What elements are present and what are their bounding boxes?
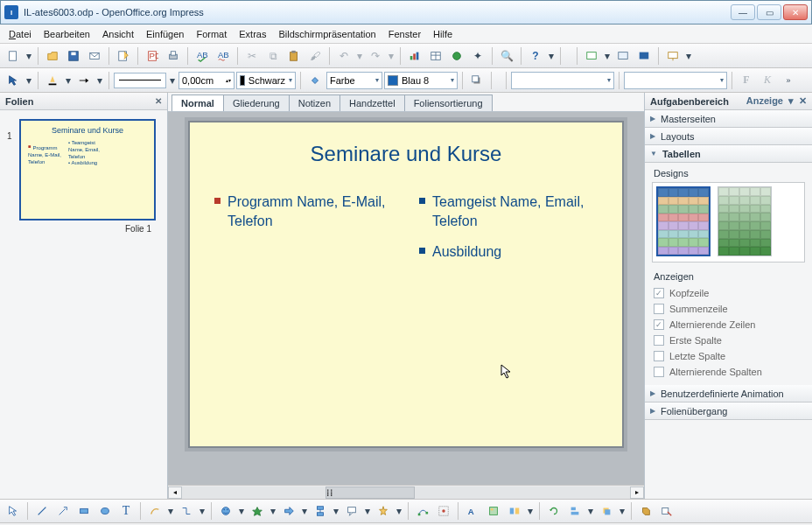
minimize-button[interactable]: —: [731, 4, 755, 20]
autospell-button[interactable]: ABC: [214, 46, 233, 66]
scroll-right-button[interactable]: ▸: [630, 486, 644, 499]
tasks-panel-close-icon[interactable]: ✕: [799, 95, 807, 107]
slide-title[interactable]: Seminare und Kurse: [214, 142, 598, 166]
help-dropdown[interactable]: ▾: [547, 46, 556, 66]
checkbox-icon[interactable]: [654, 335, 664, 346]
maximize-button[interactable]: ▭: [757, 4, 781, 20]
symbol-shapes-button[interactable]: [248, 501, 267, 521]
table-design-1[interactable]: [656, 186, 710, 256]
accordion-tabellen[interactable]: ▼Tabellen: [645, 145, 812, 163]
print-button[interactable]: [164, 46, 183, 66]
chart-button[interactable]: [405, 46, 424, 66]
save-button[interactable]: [64, 46, 83, 66]
redo-button[interactable]: ↷: [366, 46, 385, 66]
font-select[interactable]: ▾: [624, 72, 727, 89]
horizontal-scrollbar[interactable]: ◂ ⁞⁞ ▸: [168, 485, 644, 499]
arrow-tool-dropdown[interactable]: ▾: [24, 71, 33, 90]
new-doc-button[interactable]: [4, 46, 23, 66]
from-file-button[interactable]: [484, 501, 503, 521]
callouts-dropdown[interactable]: ▾: [363, 501, 372, 521]
gallery-dropdown[interactable]: ▾: [526, 501, 535, 521]
shadow-button[interactable]: [467, 71, 486, 90]
edit-button[interactable]: [114, 46, 133, 66]
extrusion-button[interactable]: [636, 501, 655, 521]
redo-dropdown[interactable]: ▾: [387, 46, 396, 66]
checkbox-icon[interactable]: ✓: [654, 319, 664, 330]
checkbox-icon[interactable]: [654, 367, 664, 377]
line-color-dropdown[interactable]: ▾: [64, 71, 73, 90]
slide-left-column[interactable]: Programm Name, E-Mail, Telefon: [214, 192, 393, 274]
arrow-line-button[interactable]: [53, 501, 73, 521]
tab-normal[interactable]: Normal: [172, 94, 224, 111]
block-arrows-dropdown[interactable]: ▾: [300, 501, 309, 521]
table-button[interactable]: [426, 46, 445, 66]
accordion-layouts[interactable]: ▶Layouts: [645, 128, 812, 145]
rect-tool-button[interactable]: [74, 501, 94, 521]
line-tool-button[interactable]: [32, 501, 52, 521]
tab-gliederung[interactable]: Gliederung: [223, 94, 290, 111]
linewidth-input[interactable]: 0,00cm ▴▾: [178, 72, 234, 89]
new-doc-dropdown[interactable]: ▾: [24, 46, 33, 66]
spellcheck-button[interactable]: ABC: [192, 46, 212, 66]
menu-fenster[interactable]: Fenster: [383, 27, 426, 41]
slide-canvas[interactable]: Seminare und Kurse Programm Name, E-Mail…: [168, 112, 644, 485]
checkbox-summenzeile[interactable]: Summenzeile: [652, 301, 805, 317]
copy-button[interactable]: ⧉: [263, 46, 283, 66]
tab-foliensortierung[interactable]: Foliensortierung: [404, 94, 493, 111]
gallery-button[interactable]: [505, 501, 524, 521]
hyperlink-button[interactable]: [447, 46, 466, 66]
presentation-dropdown[interactable]: ▾: [684, 46, 693, 66]
arrange-dropdown[interactable]: ▾: [618, 501, 626, 521]
menu-bearbeiten[interactable]: Bearbeiten: [38, 27, 95, 41]
connector-tool-button[interactable]: [177, 501, 196, 521]
slides-panel-close-icon[interactable]: ✕: [155, 96, 162, 106]
presentation-button[interactable]: [663, 46, 682, 66]
tab-notizen[interactable]: Notizen: [289, 94, 340, 111]
basic-shapes-dropdown[interactable]: ▾: [237, 501, 246, 521]
format-paintbrush-button[interactable]: 🖌: [305, 46, 325, 66]
checkbox-icon[interactable]: [654, 351, 664, 361]
flowchart-dropdown[interactable]: ▾: [332, 501, 340, 521]
arrowstyle-button[interactable]: [74, 71, 94, 90]
fill-button[interactable]: [305, 71, 325, 90]
slideshow-button[interactable]: [634, 46, 654, 66]
menu-einfuegen[interactable]: Einfügen: [141, 27, 189, 41]
fillmode-select[interactable]: Farbe▾: [326, 72, 382, 89]
line-color-button[interactable]: [43, 71, 62, 90]
view-menu-link[interactable]: Anzeige: [746, 95, 783, 107]
align-button[interactable]: [565, 501, 584, 521]
table-design-2[interactable]: [718, 186, 772, 256]
fillcolor-select[interactable]: Blau 8▾: [384, 72, 458, 89]
paste-button[interactable]: [284, 46, 304, 66]
slidedesign-button[interactable]: [613, 46, 633, 66]
checkbox-alternierende-spalten[interactable]: Alternierende Spalten: [652, 364, 805, 380]
export-pdf-button[interactable]: PDF: [143, 46, 162, 66]
slide[interactable]: Seminare und Kurse Programm Name, E-Mail…: [188, 121, 624, 448]
bold-button[interactable]: F: [737, 71, 756, 90]
checkbox-erste-spalte[interactable]: Erste Spalte: [652, 332, 805, 348]
menu-datei[interactable]: Datei: [4, 27, 37, 41]
points-button[interactable]: [413, 501, 432, 521]
stars-button[interactable]: [374, 501, 393, 521]
ellipse-tool-button[interactable]: [95, 501, 115, 521]
connector-dropdown[interactable]: ▾: [198, 501, 206, 521]
cut-button[interactable]: ✂: [242, 46, 262, 66]
scroll-thumb[interactable]: ⁞⁞: [326, 486, 415, 499]
slide-thumbnail[interactable]: Seminare und Kurse ▪ ProgrammName, E-Mai…: [19, 119, 156, 220]
arrow-tool-button[interactable]: [4, 71, 23, 90]
checkbox-kopfzeile[interactable]: ✓Kopfzeile: [652, 285, 805, 301]
help-button[interactable]: ?: [526, 46, 545, 66]
basic-shapes-button[interactable]: [216, 501, 235, 521]
undo-button[interactable]: ↶: [334, 46, 354, 66]
email-button[interactable]: [85, 46, 104, 66]
open-button[interactable]: [43, 46, 62, 66]
checkbox-icon[interactable]: ✓: [654, 288, 664, 298]
style-select[interactable]: ▾: [511, 72, 614, 89]
arrowstyle-dropdown[interactable]: ▾: [95, 71, 104, 90]
menu-hilfe[interactable]: Hilfe: [428, 27, 458, 41]
linestyle-dropdown[interactable]: ▾: [168, 71, 177, 90]
italic-button[interactable]: K: [758, 71, 777, 90]
slide-button[interactable]: [582, 46, 601, 66]
accordion-masterseiten[interactable]: ▶Masterseiten: [645, 110, 812, 128]
menu-bildschirmpraesentation[interactable]: Bildschirmpräsentation: [273, 27, 381, 41]
